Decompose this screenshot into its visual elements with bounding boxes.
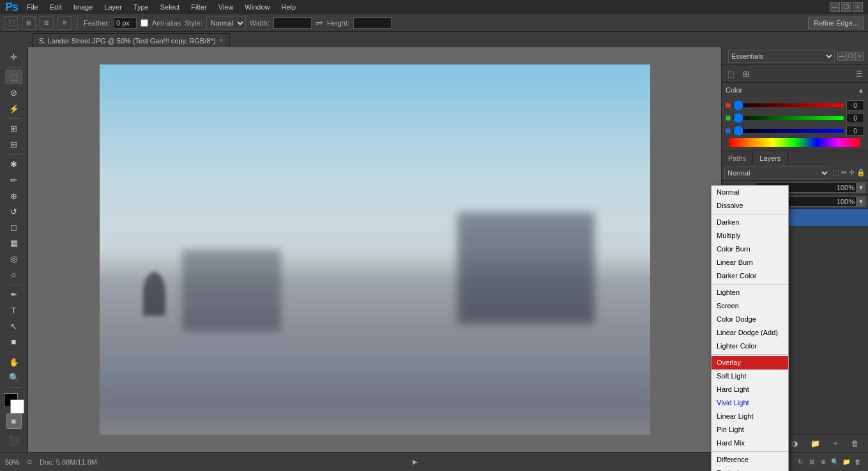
menu-layer[interactable]: Layer — [99, 2, 127, 12]
opacity-dropdown-icon[interactable]: ▼ — [857, 183, 865, 193]
blend-vivid-light[interactable]: Vivid Light — [712, 396, 788, 410]
menu-view[interactable]: View — [213, 2, 239, 12]
swap-icon[interactable]: ⇌ — [316, 18, 323, 28]
anti-alias-checkbox[interactable] — [141, 19, 148, 27]
lasso-tool-button[interactable]: ⊘ — [5, 86, 23, 100]
color-panel-expand-icon[interactable]: ▲ — [858, 87, 864, 94]
screen-mode-button[interactable]: ⬛ — [5, 431, 23, 449]
blend-lighten[interactable]: Lighten — [712, 286, 788, 299]
refine-edge-button[interactable]: Refine Edge... — [808, 17, 864, 29]
zoom-in-icon[interactable]: ⊕ — [818, 457, 828, 467]
blend-linear-light[interactable]: Linear Light — [712, 410, 788, 423]
fill-dropdown-icon[interactable]: ▼ — [857, 197, 865, 207]
red-channel-value[interactable]: 0 — [846, 100, 864, 110]
dodge-tool-button[interactable]: ○ — [5, 267, 23, 282]
blend-overlay[interactable]: Overlay — [712, 356, 788, 370]
clone-stamp-button[interactable]: ⊕ — [5, 189, 23, 204]
marquee-tool-col-icon[interactable]: ▥ — [40, 16, 54, 30]
shape-tool-button[interactable]: ■ — [5, 334, 23, 349]
panel-settings-icon[interactable]: ☰ — [853, 68, 865, 80]
panel-restore-button[interactable]: ❐ — [846, 52, 855, 61]
blend-darken[interactable]: Darken — [712, 216, 788, 229]
marquee-tool-rect-icon[interactable]: ⬚ — [4, 16, 18, 30]
menu-file[interactable]: File — [22, 2, 43, 12]
marquee-tool-extra-icon[interactable]: ⊞ — [57, 16, 72, 30]
blend-color-burn[interactable]: Color Burn — [712, 243, 788, 256]
lock-transparent-icon[interactable]: ⬚ — [833, 168, 839, 177]
blend-color-dodge[interactable]: Color Dodge — [712, 313, 788, 326]
healing-brush-button[interactable]: ✱ — [5, 157, 23, 172]
background-color[interactable] — [10, 400, 24, 414]
menu-filter[interactable]: Filter — [186, 2, 211, 12]
blend-hard-light[interactable]: Hard Light — [712, 383, 788, 396]
restore-app-button[interactable]: ❐ — [841, 2, 851, 12]
arrange-icon[interactable]: ⊞ — [807, 457, 817, 467]
width-input[interactable] — [273, 17, 312, 29]
blend-mode-select[interactable]: Normal — [724, 167, 830, 179]
tab-close-button[interactable]: × — [219, 37, 223, 44]
minimize-app-button[interactable]: — — [830, 2, 840, 12]
height-input[interactable] — [353, 17, 392, 29]
blend-exclusion[interactable]: Exclusion — [712, 467, 788, 471]
red-channel-slider[interactable] — [733, 103, 844, 107]
lock-brush-icon[interactable]: ✏ — [841, 168, 847, 177]
panel-icon-2[interactable]: ⊞ — [740, 68, 752, 80]
blur-tool-button[interactable]: ◎ — [5, 251, 23, 266]
menu-select[interactable]: Select — [155, 2, 185, 12]
tab-paths[interactable]: Paths — [722, 151, 753, 165]
blue-channel-slider[interactable] — [733, 129, 844, 133]
path-select-button[interactable]: ↖ — [5, 319, 23, 334]
eraser-tool-button[interactable]: ◻ — [5, 220, 23, 235]
rotate-icon[interactable]: ↻ — [795, 457, 805, 467]
eyedropper-tool-button[interactable]: ⊟ — [5, 137, 23, 152]
delete-layer-button[interactable]: 🗑 — [849, 437, 862, 450]
type-tool-button[interactable]: T — [5, 303, 23, 318]
menu-type[interactable]: Type — [128, 2, 154, 12]
blend-linear-burn[interactable]: Linear Burn — [712, 256, 788, 269]
lock-all-icon[interactable]: 🔒 — [857, 168, 865, 177]
menu-window[interactable]: Window — [240, 2, 275, 12]
close-app-button[interactable]: × — [853, 2, 863, 12]
lock-move-icon[interactable]: ✛ — [849, 168, 855, 177]
document-tab[interactable]: S. Lander Street.JPG @ 50% (Test Gan!!! … — [32, 33, 230, 47]
green-channel-slider[interactable] — [733, 116, 844, 120]
color-spectrum-swatch[interactable] — [729, 138, 860, 147]
blend-dissolve[interactable]: Dissolve — [712, 199, 788, 213]
new-layer-button[interactable]: + — [829, 437, 842, 450]
gradient-tool-button[interactable]: ▦ — [5, 236, 23, 251]
blend-difference[interactable]: Difference — [712, 453, 788, 467]
search-bottom-icon[interactable]: 🔍 — [830, 457, 840, 467]
blend-screen[interactable]: Screen — [712, 299, 788, 313]
marquee-tool-row-icon[interactable]: ▤ — [22, 16, 36, 30]
panel-close-button[interactable]: × — [855, 52, 864, 61]
blend-lighter-color[interactable]: Lighter Color — [712, 340, 788, 353]
feather-input[interactable] — [114, 17, 137, 29]
style-select[interactable]: Normal — [206, 17, 246, 29]
crop-tool-button[interactable]: ⊞ — [5, 121, 23, 136]
tab-layers[interactable]: Layers — [753, 151, 788, 165]
menu-image[interactable]: Image — [68, 2, 98, 12]
status-icon-1[interactable]: ⊙ — [24, 457, 34, 467]
hand-tool-button[interactable]: ✋ — [5, 355, 23, 370]
blend-pin-light[interactable]: Pin Light — [712, 423, 788, 437]
panel-icon-1[interactable]: ⬚ — [724, 68, 737, 80]
magic-wand-tool-button[interactable]: ⚡ — [5, 101, 23, 116]
quick-mask-button[interactable]: ▣ — [6, 414, 22, 429]
blend-hard-mix[interactable]: Hard Mix — [712, 437, 788, 450]
folder-button[interactable]: 📁 — [809, 437, 821, 450]
blend-normal[interactable]: Normal — [712, 186, 788, 199]
marquee-tool-button[interactable]: ⬚ — [5, 70, 23, 84]
blend-soft-light[interactable]: Soft Light — [712, 370, 788, 383]
blue-channel-value[interactable]: 0 — [846, 126, 864, 136]
menu-edit[interactable]: Edit — [45, 2, 67, 12]
status-arrow-button[interactable]: ▶ — [413, 458, 418, 465]
green-channel-value[interactable]: 0 — [846, 113, 864, 123]
move-tool-button[interactable]: ✛ — [5, 50, 23, 64]
blend-linear-dodge[interactable]: Linear Dodge (Add) — [712, 326, 788, 340]
blend-darker-color[interactable]: Darker Color — [712, 269, 788, 283]
history-brush-button[interactable]: ↺ — [5, 204, 23, 219]
trash-bottom-icon[interactable]: 🗑 — [853, 457, 863, 467]
pen-tool-button[interactable]: ✒ — [5, 287, 23, 302]
panel-minimize-button[interactable]: — — [837, 52, 846, 61]
zoom-tool-button[interactable]: 🔍 — [5, 371, 23, 385]
